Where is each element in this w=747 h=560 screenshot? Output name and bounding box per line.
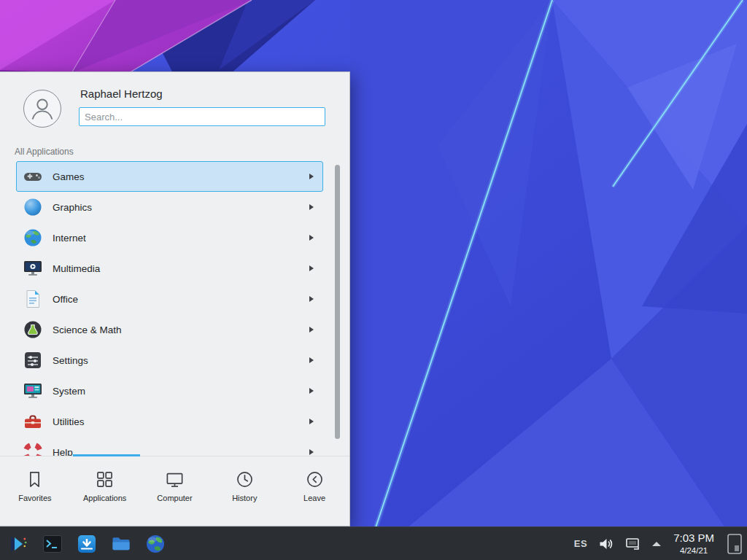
clock-date: 4/24/21: [673, 545, 714, 556]
gamepad-icon: [23, 166, 43, 187]
volume-icon[interactable]: [598, 537, 614, 551]
category-label: Multimedia: [53, 263, 309, 274]
submenu-arrow-icon: [309, 265, 314, 271]
launcher-footer: Favorites Applications: [0, 456, 349, 526]
scrollbar-thumb[interactable]: [335, 165, 340, 439]
category-label: Games: [53, 171, 309, 182]
launcher-header: Raphael Hertzog: [0, 72, 349, 145]
graphics-sphere-icon: [23, 197, 43, 217]
show-desktop-button[interactable]: [727, 533, 743, 555]
tab-favorites[interactable]: Favorites: [0, 456, 70, 526]
submenu-arrow-icon: [309, 357, 314, 363]
system-tray: ES 7:03 PM 4/24/21: [574, 532, 743, 555]
search-input[interactable]: [79, 107, 325, 126]
submenu-arrow-icon: [309, 296, 314, 302]
category-label: Utilities: [53, 416, 309, 427]
desktop: Raphael Hertzog All Applications Games: [0, 0, 747, 560]
toolbox-icon: [23, 411, 43, 432]
category-system[interactable]: System: [16, 376, 323, 406]
network-icon[interactable]: [625, 537, 641, 551]
category-settings[interactable]: Settings: [16, 345, 323, 376]
tab-label: History: [209, 494, 279, 502]
leave-icon: [279, 468, 349, 490]
active-tab-indicator: [73, 454, 140, 456]
user-avatar-icon: [24, 90, 61, 127]
category-label: Office: [53, 294, 309, 305]
submenu-arrow-icon: [309, 449, 314, 455]
taskbar: ES 7:03 PM 4/24/21: [0, 526, 747, 560]
multimedia-monitor-icon: [23, 258, 43, 279]
user-avatar[interactable]: [23, 90, 61, 128]
grid-icon: [70, 468, 140, 490]
category-help[interactable]: Help: [16, 437, 323, 456]
clock-time: 7:03 PM: [673, 532, 714, 545]
computer-icon: [140, 468, 210, 490]
tab-applications[interactable]: Applications: [70, 456, 140, 526]
category-multimedia[interactable]: Multimedia: [16, 253, 323, 284]
tab-label: Leave: [279, 494, 349, 502]
system-monitor-icon: [23, 381, 43, 401]
category-utilities[interactable]: Utilities: [16, 406, 323, 437]
lifebuoy-icon: [23, 442, 43, 456]
submenu-arrow-icon: [309, 388, 314, 394]
category-label: Internet: [53, 233, 309, 244]
file-manager-icon[interactable]: [110, 533, 132, 555]
clock-icon: [209, 468, 279, 490]
submenu-arrow-icon: [309, 419, 314, 424]
tab-leave[interactable]: Leave: [279, 456, 349, 526]
application-launcher: Raphael Hertzog All Applications Games: [0, 71, 350, 526]
globe-icon: [23, 228, 43, 248]
terminal-icon[interactable]: [42, 533, 63, 555]
tab-label: Favorites: [0, 494, 70, 502]
clock-widget[interactable]: 7:03 PM 4/24/21: [673, 532, 714, 555]
tab-label: Computer: [140, 494, 210, 502]
sliders-icon: [23, 350, 43, 370]
category-label: Settings: [53, 355, 309, 366]
category-label: Graphics: [53, 202, 309, 213]
bookmark-icon: [0, 468, 70, 490]
taskbar-launchers: [7, 533, 166, 555]
category-games[interactable]: Games: [16, 161, 323, 192]
category-office[interactable]: Office: [16, 284, 323, 314]
software-center-icon[interactable]: [76, 533, 98, 555]
tab-label: Applications: [70, 494, 140, 502]
expand-tray-caret-icon[interactable]: [652, 542, 661, 546]
submenu-arrow-icon: [309, 235, 314, 241]
user-name: Raphael Hertzog: [80, 88, 163, 100]
category-list: Games Graphics: [0, 161, 349, 456]
flask-icon: [23, 319, 43, 340]
submenu-arrow-icon: [309, 204, 314, 210]
document-icon: [23, 289, 43, 309]
category-internet[interactable]: Internet: [16, 222, 323, 253]
category-label: System: [53, 386, 309, 397]
category-science-math[interactable]: Science & Math: [16, 314, 323, 345]
submenu-arrow-icon: [309, 174, 314, 179]
app-launcher-icon[interactable]: [7, 533, 29, 555]
section-label: All Applications: [15, 147, 74, 157]
tab-history[interactable]: History: [209, 456, 279, 526]
category-graphics[interactable]: Graphics: [16, 192, 323, 222]
web-browser-icon[interactable]: [144, 533, 166, 555]
submenu-arrow-icon: [309, 327, 314, 332]
tab-computer[interactable]: Computer: [140, 456, 210, 526]
keyboard-layout-indicator[interactable]: ES: [574, 538, 587, 549]
category-label: Science & Math: [53, 324, 309, 335]
